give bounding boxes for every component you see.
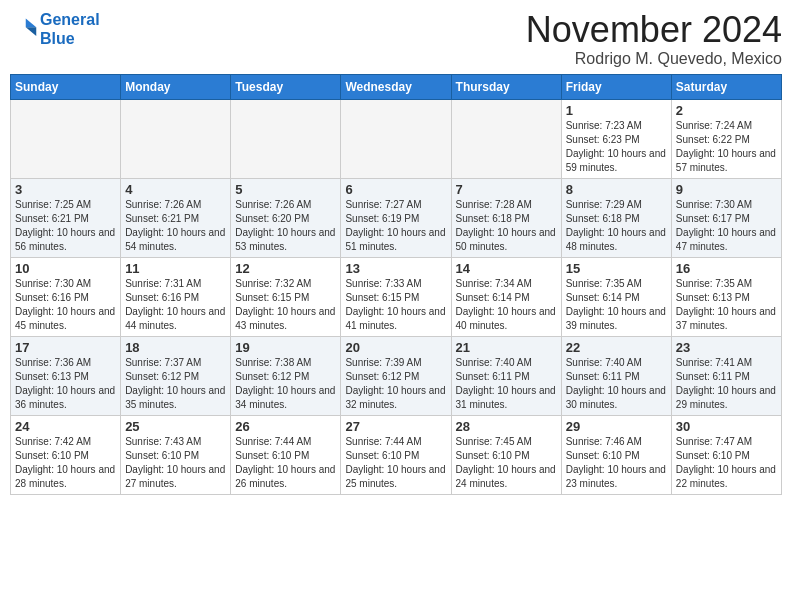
- weekday-header-row: SundayMondayTuesdayWednesdayThursdayFrid…: [11, 74, 782, 99]
- calendar-cell: [121, 99, 231, 178]
- calendar-cell: [451, 99, 561, 178]
- week-row-3: 10Sunrise: 7:30 AMSunset: 6:16 PMDayligh…: [11, 257, 782, 336]
- day-info: Sunrise: 7:36 AMSunset: 6:13 PMDaylight:…: [15, 356, 116, 412]
- day-number: 17: [15, 340, 116, 355]
- day-info: Sunrise: 7:26 AMSunset: 6:20 PMDaylight:…: [235, 198, 336, 254]
- day-number: 22: [566, 340, 667, 355]
- weekday-header-sunday: Sunday: [11, 74, 121, 99]
- day-info: Sunrise: 7:24 AMSunset: 6:22 PMDaylight:…: [676, 119, 777, 175]
- day-number: 11: [125, 261, 226, 276]
- calendar-cell: 11Sunrise: 7:31 AMSunset: 6:16 PMDayligh…: [121, 257, 231, 336]
- day-info: Sunrise: 7:44 AMSunset: 6:10 PMDaylight:…: [345, 435, 446, 491]
- calendar-cell: 21Sunrise: 7:40 AMSunset: 6:11 PMDayligh…: [451, 336, 561, 415]
- day-number: 2: [676, 103, 777, 118]
- calendar-cell: 26Sunrise: 7:44 AMSunset: 6:10 PMDayligh…: [231, 415, 341, 494]
- calendar-cell: 27Sunrise: 7:44 AMSunset: 6:10 PMDayligh…: [341, 415, 451, 494]
- day-info: Sunrise: 7:34 AMSunset: 6:14 PMDaylight:…: [456, 277, 557, 333]
- calendar-cell: 9Sunrise: 7:30 AMSunset: 6:17 PMDaylight…: [671, 178, 781, 257]
- logo-icon: [10, 15, 38, 43]
- day-info: Sunrise: 7:47 AMSunset: 6:10 PMDaylight:…: [676, 435, 777, 491]
- day-info: Sunrise: 7:27 AMSunset: 6:19 PMDaylight:…: [345, 198, 446, 254]
- calendar-cell: 3Sunrise: 7:25 AMSunset: 6:21 PMDaylight…: [11, 178, 121, 257]
- day-number: 19: [235, 340, 336, 355]
- calendar-cell: [231, 99, 341, 178]
- day-number: 30: [676, 419, 777, 434]
- day-number: 27: [345, 419, 446, 434]
- day-info: Sunrise: 7:35 AMSunset: 6:13 PMDaylight:…: [676, 277, 777, 333]
- calendar-cell: 15Sunrise: 7:35 AMSunset: 6:14 PMDayligh…: [561, 257, 671, 336]
- day-info: Sunrise: 7:33 AMSunset: 6:15 PMDaylight:…: [345, 277, 446, 333]
- weekday-header-thursday: Thursday: [451, 74, 561, 99]
- calendar-cell: 13Sunrise: 7:33 AMSunset: 6:15 PMDayligh…: [341, 257, 451, 336]
- calendar-cell: 10Sunrise: 7:30 AMSunset: 6:16 PMDayligh…: [11, 257, 121, 336]
- week-row-4: 17Sunrise: 7:36 AMSunset: 6:13 PMDayligh…: [11, 336, 782, 415]
- weekday-header-monday: Monday: [121, 74, 231, 99]
- day-info: Sunrise: 7:32 AMSunset: 6:15 PMDaylight:…: [235, 277, 336, 333]
- day-number: 24: [15, 419, 116, 434]
- calendar-cell: 20Sunrise: 7:39 AMSunset: 6:12 PMDayligh…: [341, 336, 451, 415]
- day-number: 21: [456, 340, 557, 355]
- day-number: 13: [345, 261, 446, 276]
- weekday-header-wednesday: Wednesday: [341, 74, 451, 99]
- day-info: Sunrise: 7:37 AMSunset: 6:12 PMDaylight:…: [125, 356, 226, 412]
- svg-marker-2: [26, 27, 37, 36]
- day-info: Sunrise: 7:40 AMSunset: 6:11 PMDaylight:…: [566, 356, 667, 412]
- day-info: Sunrise: 7:40 AMSunset: 6:11 PMDaylight:…: [456, 356, 557, 412]
- day-number: 15: [566, 261, 667, 276]
- day-info: Sunrise: 7:38 AMSunset: 6:12 PMDaylight:…: [235, 356, 336, 412]
- calendar-cell: 29Sunrise: 7:46 AMSunset: 6:10 PMDayligh…: [561, 415, 671, 494]
- calendar-cell: 14Sunrise: 7:34 AMSunset: 6:14 PMDayligh…: [451, 257, 561, 336]
- calendar-cell: 6Sunrise: 7:27 AMSunset: 6:19 PMDaylight…: [341, 178, 451, 257]
- calendar-cell: 16Sunrise: 7:35 AMSunset: 6:13 PMDayligh…: [671, 257, 781, 336]
- day-number: 25: [125, 419, 226, 434]
- day-info: Sunrise: 7:46 AMSunset: 6:10 PMDaylight:…: [566, 435, 667, 491]
- week-row-1: 1Sunrise: 7:23 AMSunset: 6:23 PMDaylight…: [11, 99, 782, 178]
- calendar-cell: 25Sunrise: 7:43 AMSunset: 6:10 PMDayligh…: [121, 415, 231, 494]
- day-number: 14: [456, 261, 557, 276]
- calendar-cell: 30Sunrise: 7:47 AMSunset: 6:10 PMDayligh…: [671, 415, 781, 494]
- page-header: General Blue November 2024 Rodrigo M. Qu…: [10, 10, 782, 68]
- calendar-cell: 23Sunrise: 7:41 AMSunset: 6:11 PMDayligh…: [671, 336, 781, 415]
- calendar-cell: 17Sunrise: 7:36 AMSunset: 6:13 PMDayligh…: [11, 336, 121, 415]
- day-info: Sunrise: 7:26 AMSunset: 6:21 PMDaylight:…: [125, 198, 226, 254]
- calendar-cell: 22Sunrise: 7:40 AMSunset: 6:11 PMDayligh…: [561, 336, 671, 415]
- calendar-cell: 2Sunrise: 7:24 AMSunset: 6:22 PMDaylight…: [671, 99, 781, 178]
- day-number: 8: [566, 182, 667, 197]
- day-info: Sunrise: 7:30 AMSunset: 6:16 PMDaylight:…: [15, 277, 116, 333]
- day-info: Sunrise: 7:41 AMSunset: 6:11 PMDaylight:…: [676, 356, 777, 412]
- day-number: 7: [456, 182, 557, 197]
- calendar-table: SundayMondayTuesdayWednesdayThursdayFrid…: [10, 74, 782, 495]
- day-number: 4: [125, 182, 226, 197]
- weekday-header-saturday: Saturday: [671, 74, 781, 99]
- day-info: Sunrise: 7:25 AMSunset: 6:21 PMDaylight:…: [15, 198, 116, 254]
- day-info: Sunrise: 7:30 AMSunset: 6:17 PMDaylight:…: [676, 198, 777, 254]
- calendar-cell: 18Sunrise: 7:37 AMSunset: 6:12 PMDayligh…: [121, 336, 231, 415]
- day-number: 16: [676, 261, 777, 276]
- calendar-cell: 28Sunrise: 7:45 AMSunset: 6:10 PMDayligh…: [451, 415, 561, 494]
- day-info: Sunrise: 7:28 AMSunset: 6:18 PMDaylight:…: [456, 198, 557, 254]
- day-number: 20: [345, 340, 446, 355]
- day-number: 3: [15, 182, 116, 197]
- calendar-cell: 19Sunrise: 7:38 AMSunset: 6:12 PMDayligh…: [231, 336, 341, 415]
- day-info: Sunrise: 7:29 AMSunset: 6:18 PMDaylight:…: [566, 198, 667, 254]
- calendar-cell: 5Sunrise: 7:26 AMSunset: 6:20 PMDaylight…: [231, 178, 341, 257]
- logo: General Blue: [10, 10, 100, 48]
- calendar-cell: [341, 99, 451, 178]
- day-number: 6: [345, 182, 446, 197]
- day-number: 5: [235, 182, 336, 197]
- day-number: 12: [235, 261, 336, 276]
- svg-marker-1: [26, 19, 37, 28]
- day-number: 29: [566, 419, 667, 434]
- weekday-header-friday: Friday: [561, 74, 671, 99]
- calendar-cell: 7Sunrise: 7:28 AMSunset: 6:18 PMDaylight…: [451, 178, 561, 257]
- day-number: 10: [15, 261, 116, 276]
- logo-text: General Blue: [40, 10, 100, 48]
- calendar-cell: 12Sunrise: 7:32 AMSunset: 6:15 PMDayligh…: [231, 257, 341, 336]
- month-title: November 2024: [526, 10, 782, 50]
- day-info: Sunrise: 7:44 AMSunset: 6:10 PMDaylight:…: [235, 435, 336, 491]
- week-row-5: 24Sunrise: 7:42 AMSunset: 6:10 PMDayligh…: [11, 415, 782, 494]
- calendar-cell: 1Sunrise: 7:23 AMSunset: 6:23 PMDaylight…: [561, 99, 671, 178]
- day-number: 23: [676, 340, 777, 355]
- day-info: Sunrise: 7:35 AMSunset: 6:14 PMDaylight:…: [566, 277, 667, 333]
- weekday-header-tuesday: Tuesday: [231, 74, 341, 99]
